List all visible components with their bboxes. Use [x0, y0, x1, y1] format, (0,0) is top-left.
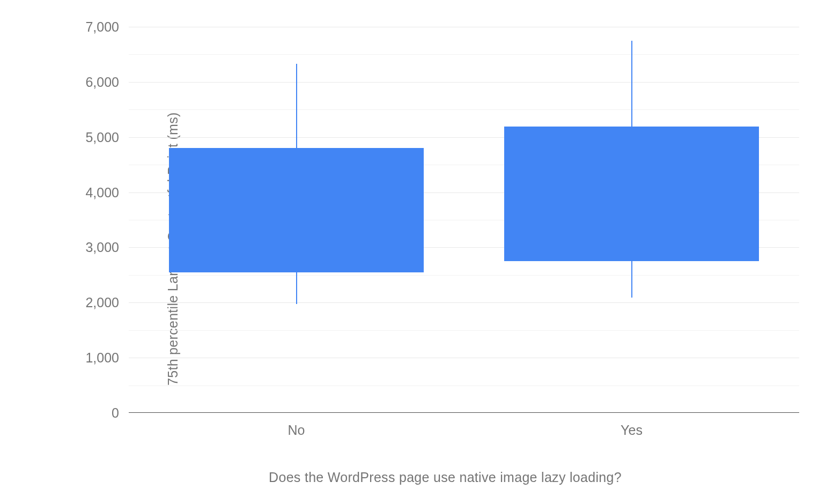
chart-container: 75th percentile Largest Contentful Paint…	[27, 11, 810, 493]
x-axis-label: Does the WordPress page use native image…	[27, 470, 810, 485]
box	[169, 148, 424, 272]
y-tick-label: 6,000	[85, 74, 129, 90]
gridline-major	[129, 358, 799, 358]
x-axis-line	[129, 412, 799, 413]
gridline-minor	[129, 330, 799, 331]
whisker-upper	[631, 41, 632, 127]
y-tick-label: 7,000	[85, 19, 129, 35]
gridline-major	[129, 82, 799, 83]
gridline-major	[129, 302, 799, 303]
x-tick-label: No	[288, 413, 305, 438]
plot-area: 01,0002,0003,0004,0005,0006,0007,000NoYe…	[129, 27, 799, 413]
y-tick-label: 4,000	[85, 184, 129, 200]
whisker-lower	[296, 272, 297, 305]
y-tick-label: 2,000	[85, 295, 129, 310]
x-tick-label: Yes	[621, 413, 643, 438]
y-tick-label: 0	[112, 405, 129, 421]
gridline-minor	[129, 109, 799, 110]
y-tick-label: 3,000	[85, 240, 129, 255]
gridline-major	[129, 27, 799, 27]
box	[504, 127, 759, 261]
gridline-minor	[129, 386, 799, 386]
gridline-minor	[129, 275, 799, 276]
whisker-lower	[631, 261, 632, 298]
y-tick-label: 5,000	[85, 129, 129, 145]
whisker-upper	[296, 64, 297, 148]
gridline-minor	[129, 54, 799, 55]
y-tick-label: 1,000	[85, 350, 129, 366]
